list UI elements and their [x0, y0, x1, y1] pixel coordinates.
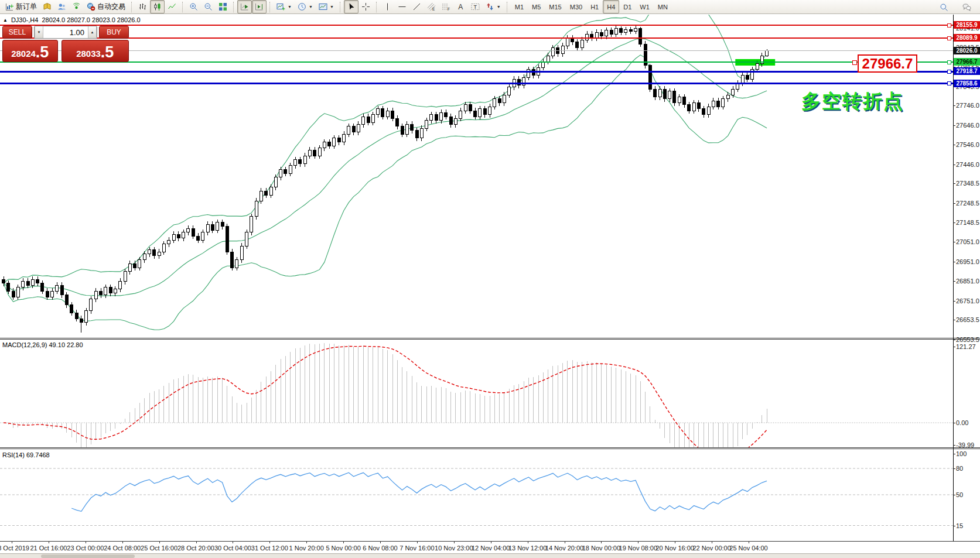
price-callout-box[interactable]: 27966.7 [858, 54, 917, 73]
time-axis-label: 18 Nov 00:00 [582, 545, 620, 552]
vertical-line-tool[interactable] [380, 0, 395, 13]
signals-button[interactable] [69, 0, 84, 13]
axis-tick-mark [953, 445, 955, 446]
auto-scroll-button[interactable] [237, 0, 252, 13]
callout-anchor-handle[interactable] [852, 60, 857, 65]
history-center-button[interactable] [40, 0, 54, 13]
ask-frac: .5 [101, 44, 114, 60]
volume-decrease-button[interactable]: ▼ [35, 26, 43, 38]
bid-price[interactable]: 28024.5 [2, 40, 58, 62]
clock-icon [298, 2, 306, 11]
period-selector-button[interactable]: ▼ [295, 0, 316, 13]
chart-shift-button[interactable] [252, 0, 267, 13]
axis-tick-mark [953, 301, 955, 302]
line-end-handle [947, 60, 951, 64]
sell-button[interactable]: SELL [2, 26, 32, 39]
time-axis-label: 14 Nov 20:00 [545, 545, 583, 552]
community-icon [57, 2, 66, 11]
horizontal-line-tool[interactable] [395, 0, 409, 13]
community-button[interactable] [54, 0, 69, 13]
arrow-tools-button[interactable]: ▼ [483, 0, 504, 13]
time-tick-mark [749, 542, 749, 543]
zoom-out-button[interactable] [201, 0, 216, 13]
cursor-icon [347, 2, 356, 11]
toolbar-button-label: M15 [549, 4, 561, 11]
price-tick-label: 26851.0 [956, 278, 979, 285]
time-tick-mark [601, 542, 602, 543]
book-icon [43, 2, 52, 11]
crosshair-tool-button[interactable] [358, 0, 373, 13]
timeframe-h1[interactable]: H1 [586, 0, 603, 13]
toolbar-button-label: M1 [515, 4, 524, 11]
price-tick-label: 15 [956, 522, 963, 529]
crosshair-icon [361, 2, 370, 11]
price-tick-label: 27446.0 [956, 161, 979, 168]
fibonacci-tool[interactable]: F [439, 0, 453, 13]
timeframe-w1[interactable]: W1 [636, 0, 654, 13]
search-icon [940, 3, 948, 12]
new-order-button[interactable]: 新订单 [2, 0, 40, 13]
time-tick-mark [491, 542, 491, 543]
timeframe-h4[interactable]: H4 [603, 0, 619, 13]
search-button[interactable] [937, 1, 951, 14]
volume-increase-button[interactable]: ▲ [88, 26, 97, 38]
cursor-tool-button[interactable] [344, 0, 358, 13]
line-chart-button[interactable] [165, 0, 179, 13]
text-label-tool[interactable]: T [468, 0, 483, 13]
bid-main: 28024 [11, 48, 36, 60]
toolbar-button-label: MN [658, 4, 668, 11]
candlestick-chart-button[interactable] [150, 0, 165, 13]
buy-button[interactable]: BUY [99, 26, 129, 39]
price-tick-label: 27746.0 [956, 102, 979, 109]
zoom-in-icon [189, 2, 198, 11]
time-axis-label: 24 Oct 08:00 [104, 545, 141, 552]
price-tick-label: 27248.5 [956, 200, 979, 207]
toolbar-button-label: H4 [607, 4, 615, 11]
tile-windows-button[interactable] [216, 0, 230, 13]
text-tool[interactable]: A [453, 0, 468, 13]
chart-ohlc: 28024.0 28027.0 28023.0 28026.0 [42, 16, 140, 23]
trendline-icon [412, 2, 421, 11]
timeframe-mn[interactable]: MN [654, 0, 672, 13]
auto-trading-button[interactable]: 自动交易 [84, 0, 128, 13]
price-tick-label: -39.99 [956, 441, 974, 449]
new-chart-button[interactable]: ▼ [274, 0, 295, 13]
toolbar-separator [131, 2, 132, 12]
one-click-trading-panel: SELL ▼ ▲ BUY 28024.5 28033.5 [2, 26, 129, 62]
price-tick-label: 27546.0 [956, 141, 979, 148]
time-tick-mark [269, 542, 270, 543]
timeframe-m15[interactable]: M15 [545, 0, 565, 13]
time-axis-label: 31 Oct 12:00 [251, 545, 288, 552]
collapse-trade-panel-icon[interactable]: ▲ [3, 18, 8, 23]
text-a-icon: A [456, 2, 465, 11]
rsi-panel-chart [0, 450, 953, 541]
panel-separator[interactable] [0, 447, 980, 449]
horizontal-scrollbar[interactable] [41, 554, 135, 558]
timeframe-m5[interactable]: M5 [528, 0, 545, 13]
zoom-in-button[interactable] [186, 0, 201, 13]
volume-input[interactable] [43, 26, 88, 38]
price-tick-label: 27051.0 [956, 238, 979, 245]
dropdown-caret-icon: ▼ [288, 5, 292, 9]
timeframe-d1[interactable]: D1 [619, 0, 636, 13]
panel-separator[interactable] [0, 338, 980, 340]
toolbar-separator [507, 2, 508, 12]
bar-chart-button[interactable] [135, 0, 150, 13]
ask-price[interactable]: 28033.5 [62, 40, 129, 62]
timeframe-m1[interactable]: M1 [511, 0, 528, 13]
chart-annotation-text[interactable]: 多空转折点 [801, 88, 904, 115]
svg-text:A: A [458, 3, 463, 11]
time-tick-mark [417, 542, 418, 543]
new-chart-icon [276, 2, 285, 11]
trend-line-tool[interactable] [409, 0, 424, 13]
axis-tick-mark [953, 203, 955, 204]
template-selector-button[interactable]: ▼ [316, 0, 337, 13]
time-tick-mark [712, 542, 712, 543]
axis-tick-mark [953, 526, 955, 526]
equidistant-channel-tool[interactable]: E [424, 0, 439, 13]
chart-header: ▲ DJ30-,H4 28024.0 28027.0 28023.0 28026… [3, 16, 141, 23]
price-axis-line [953, 15, 954, 553]
chat-button[interactable] [959, 1, 974, 14]
toolbar-separator [182, 2, 183, 12]
timeframe-m30[interactable]: M30 [566, 0, 586, 13]
